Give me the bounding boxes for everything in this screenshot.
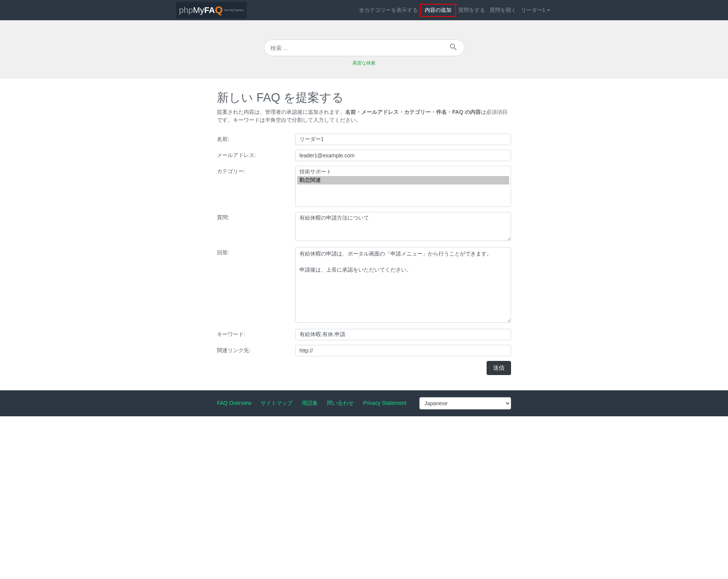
- main-nav: 全カテゴリーを表示する 内容の追加 質問をする 質問を開く リーダー1: [357, 4, 552, 17]
- row-question: 質問:: [217, 212, 511, 243]
- footer: FAQ Overview サイトマップ 用語集 問い合わせ Privacy St…: [0, 390, 728, 416]
- label-email: メールアドレス:: [217, 150, 295, 159]
- logo-subtitle: The FAQ System: [223, 9, 244, 11]
- language-select[interactable]: Japanese: [419, 397, 511, 409]
- row-email: メールアドレス:: [217, 150, 511, 161]
- logo-fa: FA: [204, 5, 215, 15]
- footer-privacy[interactable]: Privacy Statement: [363, 400, 406, 407]
- label-category: カテゴリー:: [217, 166, 295, 175]
- name-input[interactable]: [295, 134, 511, 145]
- footer-contact[interactable]: 問い合わせ: [327, 400, 354, 407]
- email-input[interactable]: [295, 150, 511, 161]
- search-icon[interactable]: [449, 42, 458, 53]
- row-keywords: キーワード:: [217, 329, 511, 340]
- logo-php: php: [179, 5, 193, 15]
- row-answer: 回答:: [217, 247, 511, 324]
- category-option[interactable]: 技術サポート: [297, 168, 509, 176]
- label-link: 関連リンク先:: [217, 345, 295, 354]
- logo-q: Q: [215, 4, 223, 16]
- logo[interactable]: phpMyFAQ The FAQ System: [176, 2, 247, 18]
- main-content: 新しい FAQ を提案する 提案された内容は、管理者の承認後に追加されます。名前…: [211, 78, 517, 390]
- footer-sitemap[interactable]: サイトマップ: [260, 400, 293, 407]
- label-question: 質問:: [217, 212, 295, 221]
- footer-links: FAQ Overview サイトマップ 用語集 問い合わせ Privacy St…: [217, 400, 406, 407]
- advanced-search-link[interactable]: 高度な検索: [353, 60, 375, 66]
- category-select[interactable]: 技術サポート勤怠関連: [295, 166, 511, 207]
- nav-all-categories[interactable]: 全カテゴリーを表示する: [357, 4, 420, 17]
- category-option[interactable]: 勤怠関連: [297, 176, 509, 184]
- nav-user-menu[interactable]: リーダー1: [519, 4, 552, 17]
- row-name: 名前:: [217, 134, 511, 145]
- keywords-input[interactable]: [295, 329, 511, 340]
- footer-faq-overview[interactable]: FAQ Overview: [217, 400, 251, 407]
- search-pill: [264, 39, 464, 56]
- link-input[interactable]: [295, 345, 511, 356]
- page-title: 新しい FAQ を提案する: [217, 90, 511, 106]
- footer-glossary[interactable]: 用語集: [302, 400, 318, 407]
- top-navbar: phpMyFAQ The FAQ System 全カテゴリーを表示する 内容の追…: [0, 0, 728, 20]
- nav-open-questions[interactable]: 質問を開く: [487, 4, 519, 17]
- label-name: 名前:: [217, 134, 295, 143]
- question-textarea[interactable]: [295, 212, 511, 241]
- page-description: 提案された内容は、管理者の承認後に追加されます。名前・メールアドレス・カテゴリー…: [217, 108, 511, 124]
- label-keywords: キーワード:: [217, 329, 295, 338]
- logo-my: My: [193, 5, 204, 15]
- nav-add-content[interactable]: 内容の追加: [420, 4, 456, 17]
- row-link: 関連リンク先:: [217, 345, 511, 356]
- search-input[interactable]: [270, 45, 449, 51]
- label-answer: 回答:: [217, 247, 295, 256]
- submit-button[interactable]: 送信: [487, 361, 511, 375]
- answer-textarea[interactable]: [295, 247, 511, 323]
- row-category: カテゴリー: 技術サポート勤怠関連: [217, 166, 511, 207]
- nav-ask-question[interactable]: 質問をする: [456, 4, 487, 17]
- search-section: 高度な検索: [0, 20, 728, 78]
